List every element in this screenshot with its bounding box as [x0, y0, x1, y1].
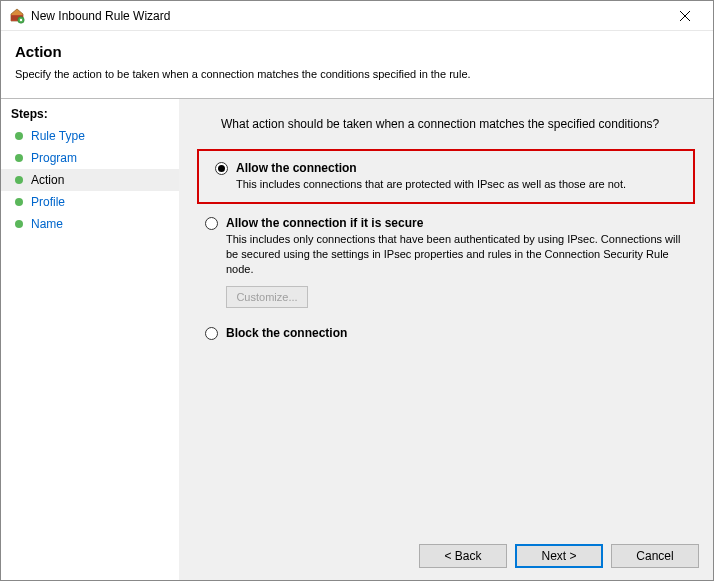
- bullet-icon: [15, 132, 23, 140]
- sidebar-item-program[interactable]: Program: [1, 147, 179, 169]
- back-button[interactable]: < Back: [419, 544, 507, 568]
- option-block[interactable]: Block the connection: [197, 322, 695, 344]
- sidebar: Steps: Rule Type Program Action Profile …: [1, 99, 179, 580]
- header: Action Specify the action to be taken wh…: [1, 31, 713, 90]
- page-title: Action: [15, 43, 699, 60]
- radio-block[interactable]: [205, 327, 218, 340]
- bullet-icon: [15, 198, 23, 206]
- svg-point-4: [20, 18, 22, 20]
- option-desc: This includes only connections that have…: [226, 232, 687, 277]
- wizard-window: New Inbound Rule Wizard Action Specify t…: [0, 0, 714, 581]
- sidebar-item-label: Name: [31, 217, 63, 231]
- sidebar-item-label: Rule Type: [31, 129, 85, 143]
- cancel-button[interactable]: Cancel: [611, 544, 699, 568]
- option-body: Block the connection: [226, 326, 687, 340]
- option-desc: This includes connections that are prote…: [236, 177, 677, 192]
- main-panel: What action should be taken when a conne…: [179, 99, 713, 580]
- bullet-icon: [15, 176, 23, 184]
- footer-buttons: < Back Next > Cancel: [419, 544, 699, 568]
- customize-button: Customize...: [226, 286, 308, 308]
- option-body: Allow the connection This includes conne…: [236, 161, 677, 192]
- next-button[interactable]: Next >: [515, 544, 603, 568]
- body: Steps: Rule Type Program Action Profile …: [1, 99, 713, 580]
- option-title: Block the connection: [226, 326, 687, 340]
- sidebar-item-rule-type[interactable]: Rule Type: [1, 125, 179, 147]
- sidebar-item-profile[interactable]: Profile: [1, 191, 179, 213]
- radio-allow-secure[interactable]: [205, 217, 218, 230]
- sidebar-item-label: Action: [31, 173, 64, 187]
- radio-allow[interactable]: [215, 162, 228, 175]
- option-allow-secure[interactable]: Allow the connection if it is secure Thi…: [197, 212, 695, 281]
- window-title: New Inbound Rule Wizard: [31, 9, 665, 23]
- bullet-icon: [15, 220, 23, 228]
- option-body: Allow the connection if it is secure Thi…: [226, 216, 687, 277]
- sidebar-item-label: Profile: [31, 195, 65, 209]
- firewall-icon: [9, 8, 25, 24]
- bullet-icon: [15, 154, 23, 162]
- titlebar: New Inbound Rule Wizard: [1, 1, 713, 31]
- page-subtitle: Specify the action to be taken when a co…: [15, 68, 699, 80]
- highlighted-option: Allow the connection This includes conne…: [197, 149, 695, 204]
- sidebar-item-label: Program: [31, 151, 77, 165]
- main-question: What action should be taken when a conne…: [221, 117, 695, 131]
- option-title: Allow the connection: [236, 161, 677, 175]
- sidebar-item-action[interactable]: Action: [1, 169, 179, 191]
- option-allow[interactable]: Allow the connection This includes conne…: [207, 157, 685, 196]
- option-title: Allow the connection if it is secure: [226, 216, 687, 230]
- sidebar-item-name[interactable]: Name: [1, 213, 179, 235]
- close-button[interactable]: [665, 2, 705, 30]
- sidebar-title: Steps:: [1, 105, 179, 125]
